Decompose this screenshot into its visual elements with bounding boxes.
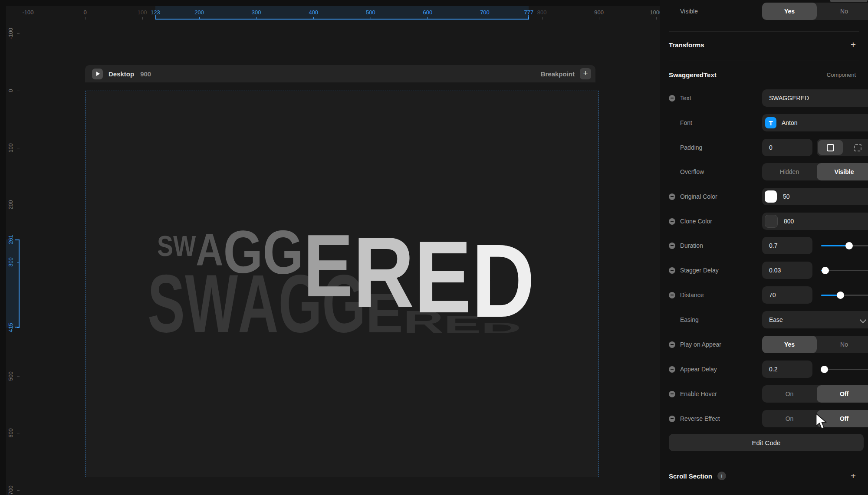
overflow-hidden-button[interactable]: Hidden (762, 163, 817, 180)
add-variable-appear-delay-icon[interactable] (669, 366, 675, 373)
original-color-picker[interactable]: 50 (762, 188, 868, 205)
padding-uniform-button[interactable] (818, 140, 843, 155)
add-scroll-section-button[interactable]: + (851, 472, 856, 480)
text-input[interactable]: SWAGGERED (762, 89, 868, 107)
horizontal-ruler[interactable]: -100010012320030040050060070077780090010… (0, 0, 660, 20)
padding-individual-button[interactable] (845, 140, 868, 155)
enable-hover-off-button[interactable]: Off (817, 385, 868, 403)
duration-slider[interactable] (821, 237, 868, 254)
appear-delay-label: Appear Delay (680, 366, 717, 373)
appear-delay-input[interactable]: 0.2 (762, 361, 812, 378)
slider-thumb[interactable] (837, 292, 844, 299)
ruler-selection-bracket (19, 239, 20, 328)
clipped-control-fragment (830, 0, 868, 2)
distance-label: Distance (680, 292, 704, 298)
font-type-icon: T (765, 117, 776, 128)
slider-fill (821, 245, 849, 246)
stagger-delay-slider[interactable] (821, 262, 868, 279)
original-color-label: Original Color (680, 193, 717, 200)
duration-input[interactable]: 0.7 (762, 237, 812, 254)
letter-g: G (263, 230, 303, 275)
ruler-tick (17, 148, 20, 148)
ruler-tick-label: 500 (366, 9, 375, 16)
ruler-tick (529, 17, 529, 20)
play-on-appear-yes-button[interactable]: Yes (762, 336, 817, 353)
slider-track[interactable] (821, 245, 868, 246)
add-variable-play-on-appear-icon[interactable] (669, 341, 675, 348)
add-variable-stagger-icon[interactable] (669, 267, 675, 274)
component-badge: Component (827, 72, 856, 78)
ruler-tick-label: 200 (7, 200, 14, 210)
ruler-tick-label: 0 (83, 9, 86, 16)
add-variable-distance-icon[interactable] (669, 292, 675, 298)
ruler-selection-bracket (15, 327, 20, 328)
slider-thumb[interactable] (821, 366, 828, 373)
font-label: Font (680, 119, 692, 126)
visible-yes-button[interactable]: Yes (762, 3, 817, 20)
divider (669, 60, 859, 60)
row-clone-color: Clone Color 800 (669, 213, 863, 230)
divider (669, 461, 859, 461)
play-on-appear-no-button[interactable]: No (817, 336, 868, 353)
swaggered-text-main-layer[interactable]: SWAGGERED (157, 230, 535, 319)
add-variable-enable-hover-icon[interactable] (669, 391, 675, 397)
vertical-ruler[interactable]: -1000100200261300415500600700 (0, 0, 20, 495)
ruler-tick-label: 300 (252, 9, 261, 16)
letter-r: R (353, 236, 414, 309)
breakpoint-device-label[interactable]: Desktop (108, 70, 134, 78)
add-variable-original-color-icon[interactable] (669, 193, 675, 200)
transforms-section-title: Transforms (669, 41, 704, 49)
distance-slider[interactable] (821, 286, 868, 304)
breakpoint-header-bar[interactable]: Desktop 900 Breakpoint + (85, 65, 595, 82)
ruler-selection-highlight (155, 6, 529, 20)
letter-a: A (196, 233, 223, 266)
font-picker[interactable]: T Anton (762, 114, 868, 131)
preview-play-button[interactable] (92, 69, 103, 79)
add-transform-button[interactable]: + (851, 40, 856, 49)
padding-value: 0 (769, 144, 773, 151)
add-variable-reverse-effect-icon[interactable] (669, 416, 675, 422)
padding-input[interactable]: 0 (762, 139, 812, 156)
slider-track[interactable] (821, 295, 868, 296)
stagger-delay-input[interactable]: 0.03 (762, 262, 812, 279)
row-transforms: Transforms + (669, 36, 863, 53)
reverse-effect-on-button[interactable]: On (762, 410, 817, 427)
enable-hover-on-button[interactable]: On (762, 385, 817, 403)
add-variable-clone-color-icon[interactable] (669, 218, 675, 225)
add-breakpoint-button[interactable]: + (580, 68, 591, 79)
row-font: Font T Anton (669, 114, 863, 131)
ruler-tick (656, 17, 657, 20)
distance-input[interactable]: 70 (762, 286, 812, 304)
slider-thumb[interactable] (822, 267, 829, 274)
chevron-down-icon (860, 317, 867, 324)
slider-track[interactable] (821, 369, 868, 370)
add-variable-duration-icon[interactable] (669, 243, 675, 249)
clone-color-swatch[interactable] (765, 215, 778, 228)
ruler-tick-label: 100 (138, 9, 147, 16)
row-stagger-delay: Stagger Delay 0.03 (669, 262, 863, 279)
clone-color-label: Clone Color (680, 218, 712, 225)
row-appear-delay: Appear Delay 0.2 (669, 361, 863, 378)
easing-value: Ease (769, 316, 783, 323)
slider-track[interactable] (821, 270, 868, 271)
row-padding: Padding 0 (669, 139, 863, 156)
ruler-tick-label: 900 (594, 9, 604, 16)
easing-dropdown[interactable]: Ease (762, 311, 868, 328)
add-variable-text-icon[interactable] (669, 95, 675, 102)
overflow-visible-button[interactable]: Visible (817, 163, 868, 180)
font-value: Anton (782, 119, 798, 126)
appear-delay-value: 0.2 (769, 366, 777, 373)
clone-color-picker[interactable]: 800 (762, 213, 868, 230)
row-component-header: SwaggeredText Component (669, 66, 863, 83)
edit-code-button[interactable]: Edit Code (669, 434, 864, 451)
info-icon[interactable]: i (717, 472, 726, 480)
letter-d: D (472, 243, 535, 319)
visible-no-button[interactable]: No (817, 3, 868, 20)
text-label: Text (680, 95, 691, 102)
enable-hover-label: Enable Hover (680, 390, 717, 397)
design-canvas[interactable]: Desktop 900 Breakpoint + SWAGGERED SWAGG… (0, 0, 660, 495)
original-color-swatch[interactable] (765, 190, 777, 203)
padding-individual-icon (854, 144, 861, 151)
slider-thumb[interactable] (845, 242, 853, 249)
appear-delay-slider[interactable] (821, 361, 868, 378)
